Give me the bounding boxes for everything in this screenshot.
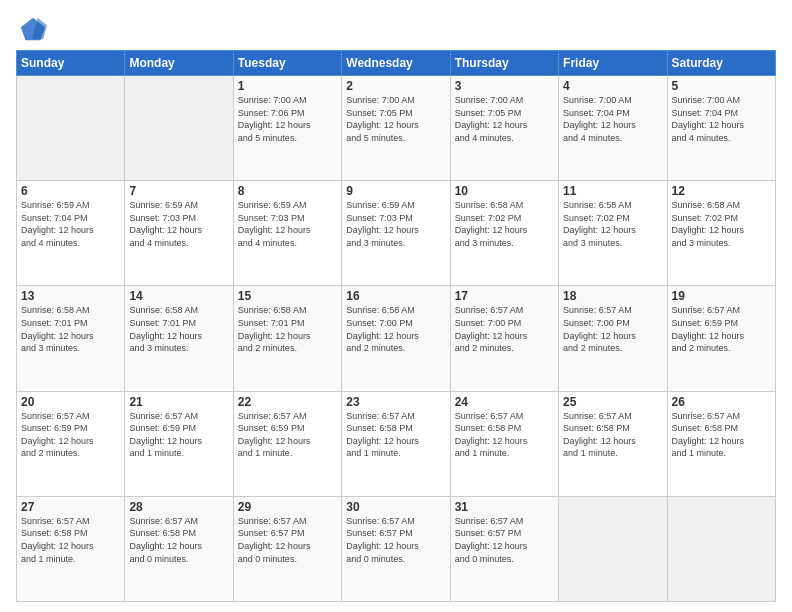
- day-detail: Sunrise: 6:57 AM Sunset: 6:58 PM Dayligh…: [129, 515, 228, 565]
- day-detail: Sunrise: 6:57 AM Sunset: 6:59 PM Dayligh…: [672, 304, 771, 354]
- calendar-cell: 18Sunrise: 6:57 AM Sunset: 7:00 PM Dayli…: [559, 286, 667, 391]
- day-number: 22: [238, 395, 337, 409]
- calendar-cell: [125, 76, 233, 181]
- day-number: 24: [455, 395, 554, 409]
- day-detail: Sunrise: 7:00 AM Sunset: 7:04 PM Dayligh…: [563, 94, 662, 144]
- calendar-cell: 22Sunrise: 6:57 AM Sunset: 6:59 PM Dayli…: [233, 391, 341, 496]
- calendar-cell: [559, 496, 667, 601]
- day-number: 4: [563, 79, 662, 93]
- calendar-cell: 28Sunrise: 6:57 AM Sunset: 6:58 PM Dayli…: [125, 496, 233, 601]
- calendar-cell: 15Sunrise: 6:58 AM Sunset: 7:01 PM Dayli…: [233, 286, 341, 391]
- day-number: 2: [346, 79, 445, 93]
- logo-text: [16, 16, 47, 44]
- day-detail: Sunrise: 6:59 AM Sunset: 7:03 PM Dayligh…: [129, 199, 228, 249]
- calendar-header: SundayMondayTuesdayWednesdayThursdayFrid…: [17, 51, 776, 76]
- day-number: 9: [346, 184, 445, 198]
- header-day-sunday: Sunday: [17, 51, 125, 76]
- day-detail: Sunrise: 6:57 AM Sunset: 6:58 PM Dayligh…: [21, 515, 120, 565]
- header-day-monday: Monday: [125, 51, 233, 76]
- day-number: 26: [672, 395, 771, 409]
- calendar-cell: 3Sunrise: 7:00 AM Sunset: 7:05 PM Daylig…: [450, 76, 558, 181]
- day-detail: Sunrise: 7:00 AM Sunset: 7:05 PM Dayligh…: [346, 94, 445, 144]
- day-number: 8: [238, 184, 337, 198]
- calendar-cell: 1Sunrise: 7:00 AM Sunset: 7:06 PM Daylig…: [233, 76, 341, 181]
- day-number: 11: [563, 184, 662, 198]
- day-detail: Sunrise: 6:57 AM Sunset: 6:57 PM Dayligh…: [455, 515, 554, 565]
- day-detail: Sunrise: 6:58 AM Sunset: 7:02 PM Dayligh…: [563, 199, 662, 249]
- day-number: 31: [455, 500, 554, 514]
- calendar-cell: 16Sunrise: 6:58 AM Sunset: 7:00 PM Dayli…: [342, 286, 450, 391]
- day-number: 28: [129, 500, 228, 514]
- day-detail: Sunrise: 6:57 AM Sunset: 7:00 PM Dayligh…: [563, 304, 662, 354]
- day-detail: Sunrise: 7:00 AM Sunset: 7:04 PM Dayligh…: [672, 94, 771, 144]
- calendar-cell: 5Sunrise: 7:00 AM Sunset: 7:04 PM Daylig…: [667, 76, 775, 181]
- day-detail: Sunrise: 6:57 AM Sunset: 6:57 PM Dayligh…: [238, 515, 337, 565]
- header: [16, 12, 776, 44]
- calendar-cell: 10Sunrise: 6:58 AM Sunset: 7:02 PM Dayli…: [450, 181, 558, 286]
- week-row-5: 27Sunrise: 6:57 AM Sunset: 6:58 PM Dayli…: [17, 496, 776, 601]
- calendar-cell: [667, 496, 775, 601]
- calendar-cell: 8Sunrise: 6:59 AM Sunset: 7:03 PM Daylig…: [233, 181, 341, 286]
- week-row-3: 13Sunrise: 6:58 AM Sunset: 7:01 PM Dayli…: [17, 286, 776, 391]
- day-detail: Sunrise: 6:59 AM Sunset: 7:03 PM Dayligh…: [346, 199, 445, 249]
- day-detail: Sunrise: 6:58 AM Sunset: 7:02 PM Dayligh…: [672, 199, 771, 249]
- week-row-2: 6Sunrise: 6:59 AM Sunset: 7:04 PM Daylig…: [17, 181, 776, 286]
- logo: [16, 16, 47, 44]
- day-number: 19: [672, 289, 771, 303]
- calendar-cell: 23Sunrise: 6:57 AM Sunset: 6:58 PM Dayli…: [342, 391, 450, 496]
- day-detail: Sunrise: 6:57 AM Sunset: 6:58 PM Dayligh…: [672, 410, 771, 460]
- day-number: 18: [563, 289, 662, 303]
- header-day-wednesday: Wednesday: [342, 51, 450, 76]
- day-number: 23: [346, 395, 445, 409]
- calendar-cell: 11Sunrise: 6:58 AM Sunset: 7:02 PM Dayli…: [559, 181, 667, 286]
- day-number: 3: [455, 79, 554, 93]
- day-number: 17: [455, 289, 554, 303]
- calendar-cell: 17Sunrise: 6:57 AM Sunset: 7:00 PM Dayli…: [450, 286, 558, 391]
- header-day-friday: Friday: [559, 51, 667, 76]
- calendar-cell: 12Sunrise: 6:58 AM Sunset: 7:02 PM Dayli…: [667, 181, 775, 286]
- day-detail: Sunrise: 6:57 AM Sunset: 7:00 PM Dayligh…: [455, 304, 554, 354]
- calendar-cell: 2Sunrise: 7:00 AM Sunset: 7:05 PM Daylig…: [342, 76, 450, 181]
- day-number: 7: [129, 184, 228, 198]
- calendar-cell: 9Sunrise: 6:59 AM Sunset: 7:03 PM Daylig…: [342, 181, 450, 286]
- day-detail: Sunrise: 6:57 AM Sunset: 6:59 PM Dayligh…: [21, 410, 120, 460]
- header-row: SundayMondayTuesdayWednesdayThursdayFrid…: [17, 51, 776, 76]
- day-number: 13: [21, 289, 120, 303]
- day-detail: Sunrise: 6:57 AM Sunset: 6:59 PM Dayligh…: [129, 410, 228, 460]
- calendar-cell: 4Sunrise: 7:00 AM Sunset: 7:04 PM Daylig…: [559, 76, 667, 181]
- day-detail: Sunrise: 6:58 AM Sunset: 7:00 PM Dayligh…: [346, 304, 445, 354]
- day-detail: Sunrise: 6:57 AM Sunset: 6:57 PM Dayligh…: [346, 515, 445, 565]
- calendar-cell: 26Sunrise: 6:57 AM Sunset: 6:58 PM Dayli…: [667, 391, 775, 496]
- calendar-cell: 14Sunrise: 6:58 AM Sunset: 7:01 PM Dayli…: [125, 286, 233, 391]
- day-detail: Sunrise: 6:58 AM Sunset: 7:01 PM Dayligh…: [238, 304, 337, 354]
- day-number: 5: [672, 79, 771, 93]
- day-detail: Sunrise: 6:57 AM Sunset: 6:58 PM Dayligh…: [346, 410, 445, 460]
- day-number: 21: [129, 395, 228, 409]
- day-detail: Sunrise: 7:00 AM Sunset: 7:06 PM Dayligh…: [238, 94, 337, 144]
- calendar-table: SundayMondayTuesdayWednesdayThursdayFrid…: [16, 50, 776, 602]
- header-day-saturday: Saturday: [667, 51, 775, 76]
- day-detail: Sunrise: 6:57 AM Sunset: 6:58 PM Dayligh…: [563, 410, 662, 460]
- header-day-thursday: Thursday: [450, 51, 558, 76]
- day-detail: Sunrise: 6:58 AM Sunset: 7:02 PM Dayligh…: [455, 199, 554, 249]
- day-number: 20: [21, 395, 120, 409]
- day-detail: Sunrise: 6:58 AM Sunset: 7:01 PM Dayligh…: [21, 304, 120, 354]
- day-detail: Sunrise: 7:00 AM Sunset: 7:05 PM Dayligh…: [455, 94, 554, 144]
- calendar-cell: 21Sunrise: 6:57 AM Sunset: 6:59 PM Dayli…: [125, 391, 233, 496]
- day-detail: Sunrise: 6:57 AM Sunset: 6:58 PM Dayligh…: [455, 410, 554, 460]
- calendar-cell: [17, 76, 125, 181]
- day-number: 15: [238, 289, 337, 303]
- day-number: 29: [238, 500, 337, 514]
- day-number: 30: [346, 500, 445, 514]
- day-number: 14: [129, 289, 228, 303]
- calendar-cell: 6Sunrise: 6:59 AM Sunset: 7:04 PM Daylig…: [17, 181, 125, 286]
- logo-icon: [19, 16, 47, 44]
- day-number: 6: [21, 184, 120, 198]
- calendar-cell: 7Sunrise: 6:59 AM Sunset: 7:03 PM Daylig…: [125, 181, 233, 286]
- calendar-cell: 25Sunrise: 6:57 AM Sunset: 6:58 PM Dayli…: [559, 391, 667, 496]
- calendar-cell: 24Sunrise: 6:57 AM Sunset: 6:58 PM Dayli…: [450, 391, 558, 496]
- day-number: 25: [563, 395, 662, 409]
- page: SundayMondayTuesdayWednesdayThursdayFrid…: [0, 0, 792, 612]
- week-row-1: 1Sunrise: 7:00 AM Sunset: 7:06 PM Daylig…: [17, 76, 776, 181]
- calendar-cell: 27Sunrise: 6:57 AM Sunset: 6:58 PM Dayli…: [17, 496, 125, 601]
